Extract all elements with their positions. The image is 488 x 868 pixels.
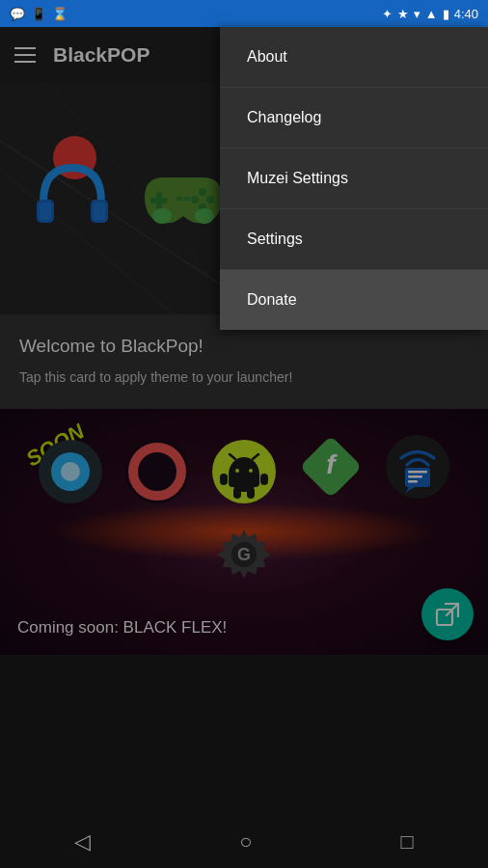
menu-item-about[interactable]: About bbox=[220, 27, 488, 88]
status-icons-left: 💬 📱 ⌛ bbox=[10, 7, 68, 21]
battery-icon: ▮ bbox=[443, 7, 449, 21]
menu-item-donate[interactable]: Donate bbox=[220, 270, 488, 330]
time-display: 4:40 bbox=[454, 7, 478, 21]
messenger-icon: 💬 bbox=[10, 7, 25, 21]
status-bar: 💬 📱 ⌛ ✦ ★ ▾ ▲ ▮ 4:40 bbox=[0, 0, 488, 27]
dropdown-menu: About Changelog Muzei Settings Settings … bbox=[220, 27, 488, 330]
signal-icon: ▲ bbox=[425, 7, 438, 21]
wifi-icon: ▾ bbox=[414, 7, 420, 21]
menu-item-muzei-settings[interactable]: Muzei Settings bbox=[220, 149, 488, 209]
bluetooth-icon: ✦ bbox=[382, 7, 393, 21]
status-icons-right: ✦ ★ ▾ ▲ ▮ 4:40 bbox=[382, 7, 478, 21]
voicemail-icon: ⌛ bbox=[52, 7, 68, 21]
phone-icon: 📱 bbox=[31, 7, 46, 21]
menu-item-settings[interactable]: Settings bbox=[220, 209, 488, 270]
menu-item-changelog[interactable]: Changelog bbox=[220, 88, 488, 149]
star-icon: ★ bbox=[397, 7, 409, 21]
